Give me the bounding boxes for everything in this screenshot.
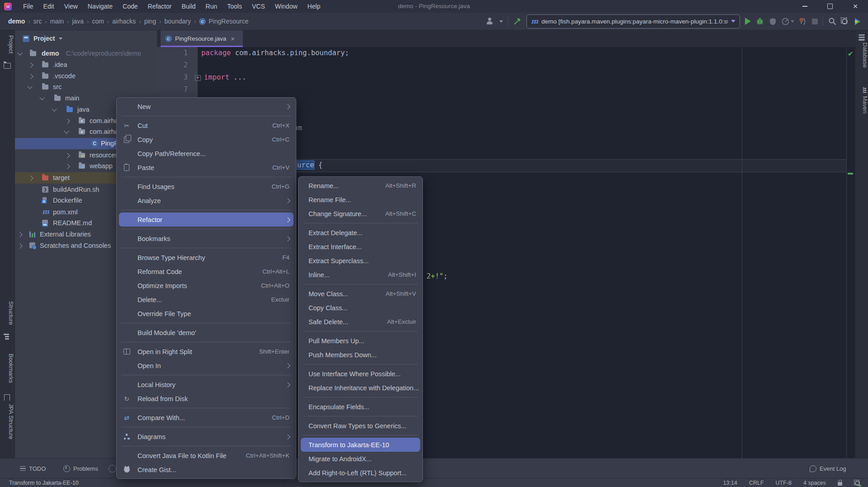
menu-item-refactor[interactable]: Refactor [119, 213, 294, 227]
breadcrumb-item[interactable]: demo [8, 18, 25, 25]
menu-item-bookmarks[interactable]: Bookmarks [117, 232, 296, 246]
lock-icon[interactable] [838, 482, 842, 486]
line-separator-widget[interactable]: CRLF [749, 480, 764, 486]
menu-item-copy-class[interactable]: Copy Class... [299, 301, 422, 315]
menu-build[interactable]: Build [176, 0, 200, 13]
menu-item-compare-with[interactable]: ⇄Compare With...Ctrl+D [117, 411, 296, 425]
menu-item-extract-delegate[interactable]: Extract Delegate... [299, 226, 422, 240]
menu-item-open-in[interactable]: Open In [117, 359, 296, 373]
menu-item-inline[interactable]: Inline...Alt+Shift+I [299, 268, 422, 282]
tree-item-idea[interactable]: .idea [14, 59, 157, 71]
tool-window-button-maven[interactable]: Maven [855, 96, 868, 113]
fold-marker-icon[interactable]: + [195, 75, 201, 81]
menu-vcs[interactable]: VCS [247, 0, 270, 13]
menu-navigate[interactable]: Navigate [83, 0, 118, 13]
tool-window-button-problems[interactable]: Problems [63, 459, 98, 478]
tab-pingresource[interactable]: C PingResource.java × [161, 30, 243, 47]
chevron-right-icon[interactable] [28, 175, 33, 180]
chevron-right-icon[interactable] [17, 232, 22, 237]
user-profile-icon[interactable] [486, 18, 494, 25]
stop-button[interactable] [812, 19, 818, 24]
inspections-ok-icon[interactable]: ✔ [848, 50, 854, 58]
menu-item-add-rtl-support[interactable]: Add Right-to-Left (RTL) Support... [299, 466, 422, 480]
chevron-right-icon[interactable] [17, 243, 22, 248]
menu-item-override-file-type[interactable]: Override File Type [117, 307, 296, 321]
menu-item-push-members-down[interactable]: Push Members Down... [299, 348, 422, 362]
menu-item-migrate-to-androidx[interactable]: Migrate to AndroidX... [299, 452, 422, 466]
breadcrumb-item[interactable]: main [50, 18, 64, 25]
menu-item-diagrams[interactable]: Diagrams [117, 430, 296, 444]
menu-item-delete[interactable]: Delete...Excluir [117, 293, 296, 307]
status-gear-icon[interactable] [854, 480, 860, 486]
encoding-widget[interactable]: UTF-8 [776, 480, 792, 486]
menu-item-encapsulate-fields[interactable]: Encapsulate Fields... [299, 400, 422, 414]
menu-item-extract-interface[interactable]: Extract Interface... [299, 240, 422, 254]
breadcrumb-item-class[interactable]: PingResource [209, 18, 248, 25]
tool-window-circle-icon[interactable] [109, 459, 116, 478]
close-button[interactable] [843, 0, 868, 13]
menu-item-local-history[interactable]: Local History [117, 378, 296, 392]
menu-item-convert-raw-types[interactable]: Convert Raw Types to Generics... [299, 419, 422, 433]
chevron-down-icon[interactable] [17, 50, 22, 55]
code-line-1[interactable]: package com.airhacks.ping.boundary; [201, 47, 349, 59]
menu-item-reformat-code[interactable]: Reformat CodeCtrl+Alt+L [117, 265, 296, 279]
menu-item-analyze[interactable]: Analyze [117, 194, 296, 208]
profiler-icon[interactable] [782, 18, 789, 25]
breadcrumb-item[interactable]: src [33, 18, 42, 25]
menu-item-convert-to-kotlin[interactable]: Convert Java File to Kotlin FileCtrl+Alt… [117, 449, 296, 463]
menu-item-move-class[interactable]: Move Class...Alt+Shift+V [299, 287, 422, 301]
menu-run[interactable]: Run [201, 0, 223, 13]
menu-item-browse-type-hierarchy[interactable]: Browse Type HierarchyF4 [117, 251, 296, 265]
tool-window-button-bookmarks[interactable]: Bookmarks [0, 354, 14, 383]
event-log-button[interactable]: Event Log [810, 459, 846, 478]
menu-item-pull-members-up[interactable]: Pull Members Up... [299, 334, 422, 348]
maximize-button[interactable] [817, 0, 843, 13]
menu-item-find-usages[interactable]: Find UsagesCtrl+G [117, 180, 296, 194]
chevron-right-icon[interactable] [65, 153, 70, 158]
minimize-button[interactable] [792, 0, 817, 13]
project-tool-icon[interactable] [4, 63, 11, 69]
chevron-down-icon[interactable] [64, 128, 69, 133]
menu-item-replace-inheritance[interactable]: Replace Inheritance with Delegation... [299, 381, 422, 395]
chevron-down-icon[interactable] [52, 106, 57, 111]
tool-window-button-structure[interactable]: Structure [0, 301, 14, 325]
code-line-3[interactable]: import ... [204, 71, 246, 84]
chevron-right-icon[interactable] [28, 62, 33, 67]
menu-item-use-interface[interactable]: Use Interface Where Possible... [299, 367, 422, 381]
tree-item-demo[interactable]: demo C:\code\reproducers\demo [14, 48, 157, 59]
menu-item-paste[interactable]: PasteCtrl+V [117, 161, 296, 175]
menu-tools[interactable]: Tools [222, 0, 247, 13]
menu-item-create-gist[interactable]: Create Gist... [117, 463, 296, 477]
chevron-right-icon[interactable] [28, 74, 33, 79]
breadcrumb-item[interactable]: boundary [165, 18, 191, 25]
project-panel-header[interactable]: Project [14, 30, 157, 47]
run-button[interactable] [745, 18, 751, 25]
breadcrumb-item[interactable]: ping [144, 18, 156, 25]
menu-item-transform-to-jakarta[interactable]: Transform to Jakarta-EE-10 [301, 438, 420, 452]
menu-file[interactable]: File [18, 0, 38, 13]
menu-item-build-module[interactable]: Build Module 'demo' [117, 326, 296, 340]
run-with-coverage-icon[interactable] [769, 18, 777, 25]
menu-code[interactable]: Code [118, 0, 142, 13]
menu-item-copy-path[interactable]: Copy Path/Reference... [117, 147, 296, 161]
breadcrumb-item[interactable]: java [72, 18, 84, 25]
menu-item-open-in-right-split[interactable]: Open in Right SplitShift+Enter [117, 345, 296, 359]
menu-item-change-signature[interactable]: Change Signature...Alt+Shift+C [299, 207, 422, 221]
attach-debugger-icon[interactable] [799, 18, 807, 25]
menu-item-copy[interactable]: CopyCtrl+C [117, 132, 296, 147]
tree-item-vscode[interactable]: .vscode [14, 71, 157, 82]
indent-widget[interactable]: 4 spaces [803, 480, 826, 486]
menu-window[interactable]: Window [270, 0, 303, 13]
maven-tool-icon[interactable]: m [855, 87, 868, 93]
menu-item-safe-delete[interactable]: Safe Delete...Alt+Excluir [299, 315, 422, 329]
menu-refactor[interactable]: Refactor [143, 0, 177, 13]
chevron-right-icon[interactable] [65, 118, 70, 123]
structure-tool-icon[interactable] [4, 334, 10, 339]
menu-item-new[interactable]: New [117, 99, 296, 113]
colored-play-logo-icon[interactable] [853, 17, 862, 26]
tool-window-button-database[interactable]: Database [855, 43, 868, 68]
caret-position-widget[interactable]: 13:14 [723, 480, 737, 486]
chevron-right-icon[interactable] [65, 164, 70, 169]
menu-view[interactable]: View [59, 0, 83, 13]
build-hammer-icon[interactable] [513, 17, 522, 25]
